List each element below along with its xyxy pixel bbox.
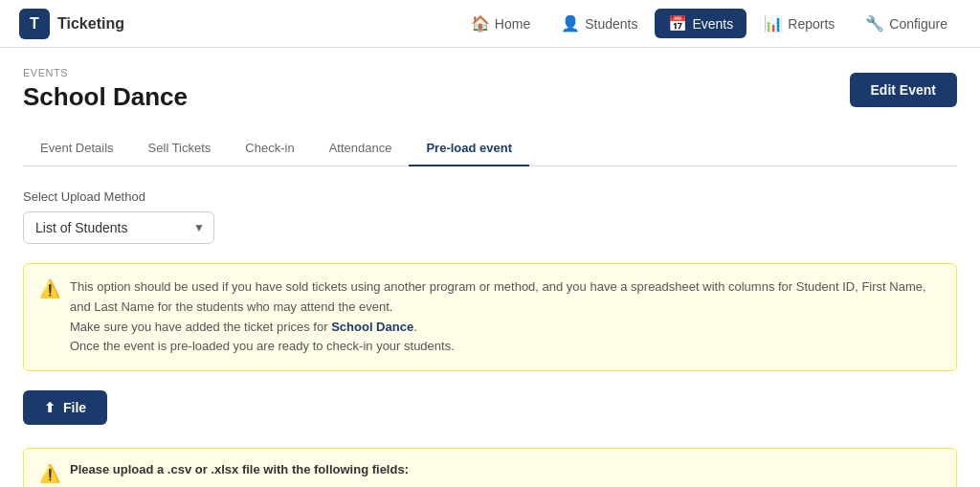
upload-method-label: Select Upload Method	[23, 189, 957, 204]
upload-icon: ⬆	[44, 400, 56, 415]
nav-label-reports: Reports	[788, 16, 835, 32]
tab-sell-tickets[interactable]: Sell Tickets	[131, 131, 229, 166]
nav-item-reports[interactable]: 📊 Reports	[750, 9, 848, 38]
app-logo: T Ticketing	[19, 9, 124, 39]
warning-box: ⚠️ This option should be used if you hav…	[23, 263, 957, 371]
nav-label-events: Events	[692, 16, 733, 32]
event-name-link[interactable]: School Dance	[331, 320, 413, 334]
title-section: EVENTS School Dance	[23, 67, 188, 112]
nav-item-events[interactable]: 📅 Events	[655, 9, 746, 38]
students-icon: 👤	[561, 14, 580, 33]
tab-bar: Event Details Sell Tickets Check-in Atte…	[23, 131, 957, 166]
nav-items: 🏠 Home 👤 Students 📅 Events 📊 Reports 🔧 C…	[457, 9, 961, 38]
app-name: Ticketing	[57, 15, 124, 33]
nav-label-students: Students	[585, 16, 637, 32]
nav-label-configure: Configure	[889, 16, 947, 32]
nav-item-students[interactable]: 👤 Students	[547, 9, 651, 38]
upload-method-select-wrapper: List of Students QR Code Manual Entry ▼	[23, 211, 214, 244]
logo-icon: T	[19, 9, 50, 39]
edit-event-button[interactable]: Edit Event	[850, 73, 957, 107]
top-navigation: T Ticketing 🏠 Home 👤 Students 📅 Events 📊…	[0, 0, 980, 48]
info-text: Please upload a .csv or .xlsx file with …	[70, 462, 409, 487]
warning-line3: Once the event is pre-loaded you are rea…	[70, 339, 455, 353]
warning-text: This option should be used if you have s…	[70, 277, 941, 357]
tab-event-details[interactable]: Event Details	[23, 131, 131, 166]
info-warning-icon: ⚠️	[39, 463, 60, 487]
reports-icon: 📊	[764, 14, 783, 33]
breadcrumb: EVENTS	[23, 67, 188, 78]
home-icon: 🏠	[471, 14, 490, 33]
page-header: EVENTS School Dance Edit Event	[23, 67, 957, 112]
nav-item-home[interactable]: 🏠 Home	[457, 9, 544, 38]
warning-line1: This option should be used if you have s…	[70, 279, 926, 314]
file-button[interactable]: ⬆ File	[23, 390, 107, 425]
warning-line2: Make sure you have added the ticket pric…	[70, 320, 417, 334]
page-content: EVENTS School Dance Edit Event Event Det…	[0, 48, 980, 487]
upload-method-select[interactable]: List of Students QR Code Manual Entry	[23, 211, 214, 244]
configure-icon: 🔧	[865, 14, 884, 33]
file-button-label: File	[63, 400, 86, 415]
tab-attendance[interactable]: Attendance	[312, 131, 410, 166]
nav-label-home: Home	[495, 16, 530, 32]
events-icon: 📅	[668, 14, 687, 33]
tab-check-in[interactable]: Check-in	[228, 131, 311, 166]
info-box: ⚠️ Please upload a .csv or .xlsx file wi…	[23, 448, 957, 487]
tab-pre-load-event[interactable]: Pre-load event	[409, 131, 529, 166]
warning-icon: ⚠️	[39, 278, 60, 357]
page-title: School Dance	[23, 82, 188, 112]
nav-item-configure[interactable]: 🔧 Configure	[852, 9, 961, 38]
info-heading: Please upload a .csv or .xlsx file with …	[70, 462, 409, 476]
